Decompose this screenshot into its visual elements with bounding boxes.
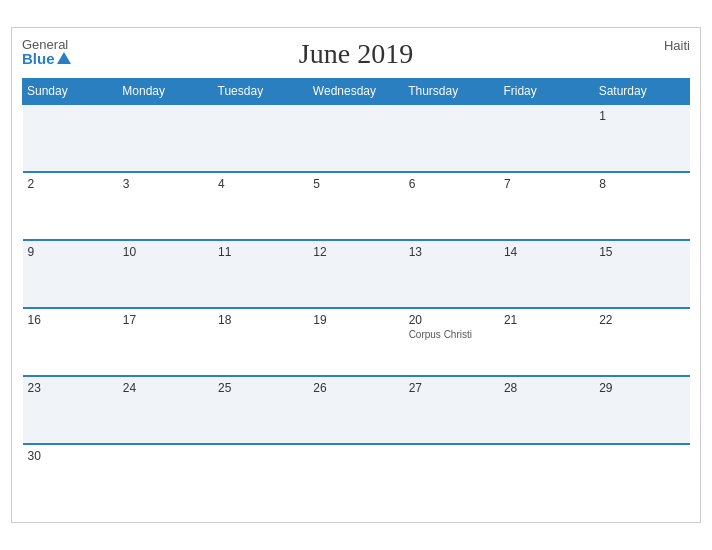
day-number: 21 — [504, 313, 589, 327]
calendar-thead: Sunday Monday Tuesday Wednesday Thursday… — [23, 79, 690, 105]
calendar-cell — [308, 444, 403, 512]
logo: General Blue — [22, 38, 71, 66]
day-number: 20 — [409, 313, 494, 327]
day-number: 18 — [218, 313, 303, 327]
header-wednesday: Wednesday — [308, 79, 403, 105]
header-monday: Monday — [118, 79, 213, 105]
day-number: 22 — [599, 313, 684, 327]
day-number: 23 — [28, 381, 113, 395]
header-friday: Friday — [499, 79, 594, 105]
calendar-cell: 14 — [499, 240, 594, 308]
day-number: 24 — [123, 381, 208, 395]
calendar-week-row: 30 — [23, 444, 690, 512]
calendar-cell: 2 — [23, 172, 118, 240]
day-number: 19 — [313, 313, 398, 327]
day-number: 1 — [599, 109, 684, 123]
day-number: 15 — [599, 245, 684, 259]
calendar-week-row: 2345678 — [23, 172, 690, 240]
calendar-cell: 21 — [499, 308, 594, 376]
day-number: 27 — [409, 381, 494, 395]
calendar-cell — [118, 444, 213, 512]
calendar-cell: 18 — [213, 308, 308, 376]
day-number: 16 — [28, 313, 113, 327]
calendar-cell — [594, 444, 689, 512]
day-number: 12 — [313, 245, 398, 259]
day-number: 28 — [504, 381, 589, 395]
calendar-cell: 6 — [404, 172, 499, 240]
calendar-cell — [499, 104, 594, 172]
calendar-cell — [213, 444, 308, 512]
calendar-body: 1234567891011121314151617181920Corpus Ch… — [23, 104, 690, 512]
day-number: 29 — [599, 381, 684, 395]
calendar-cell: 1 — [594, 104, 689, 172]
calendar-wrapper: General Blue June 2019 Haiti Sunday Mond… — [11, 27, 701, 523]
day-number: 11 — [218, 245, 303, 259]
calendar-week-row: 1 — [23, 104, 690, 172]
calendar-cell — [23, 104, 118, 172]
day-number: 10 — [123, 245, 208, 259]
day-number: 8 — [599, 177, 684, 191]
calendar-cell: 8 — [594, 172, 689, 240]
day-number: 7 — [504, 177, 589, 191]
calendar-cell: 10 — [118, 240, 213, 308]
calendar-cell: 11 — [213, 240, 308, 308]
calendar-cell — [308, 104, 403, 172]
calendar-cell — [118, 104, 213, 172]
day-number: 17 — [123, 313, 208, 327]
calendar-cell: 23 — [23, 376, 118, 444]
logo-triangle-icon — [57, 52, 71, 64]
day-number: 25 — [218, 381, 303, 395]
calendar-cell: 30 — [23, 444, 118, 512]
calendar-cell — [404, 444, 499, 512]
day-number: 9 — [28, 245, 113, 259]
day-event: Corpus Christi — [409, 329, 494, 340]
calendar-week-row: 9101112131415 — [23, 240, 690, 308]
day-number: 2 — [28, 177, 113, 191]
calendar-cell: 4 — [213, 172, 308, 240]
day-number: 5 — [313, 177, 398, 191]
header-saturday: Saturday — [594, 79, 689, 105]
days-header-row: Sunday Monday Tuesday Wednesday Thursday… — [23, 79, 690, 105]
calendar-table: Sunday Monday Tuesday Wednesday Thursday… — [22, 78, 690, 512]
calendar-week-row: 1617181920Corpus Christi2122 — [23, 308, 690, 376]
day-number: 26 — [313, 381, 398, 395]
calendar-cell — [499, 444, 594, 512]
header-thursday: Thursday — [404, 79, 499, 105]
day-number: 14 — [504, 245, 589, 259]
calendar-cell — [213, 104, 308, 172]
calendar-cell: 12 — [308, 240, 403, 308]
calendar-cell: 16 — [23, 308, 118, 376]
calendar-cell: 25 — [213, 376, 308, 444]
calendar-cell: 20Corpus Christi — [404, 308, 499, 376]
calendar-cell: 15 — [594, 240, 689, 308]
day-number: 6 — [409, 177, 494, 191]
calendar-cell: 13 — [404, 240, 499, 308]
header-sunday: Sunday — [23, 79, 118, 105]
logo-blue-text: Blue — [22, 51, 71, 66]
day-number: 3 — [123, 177, 208, 191]
calendar-cell: 24 — [118, 376, 213, 444]
calendar-cell: 5 — [308, 172, 403, 240]
calendar-cell: 29 — [594, 376, 689, 444]
day-number: 13 — [409, 245, 494, 259]
calendar-cell: 7 — [499, 172, 594, 240]
calendar-title: June 2019 — [299, 38, 413, 70]
calendar-cell: 27 — [404, 376, 499, 444]
calendar-cell: 22 — [594, 308, 689, 376]
calendar-cell: 28 — [499, 376, 594, 444]
country-label: Haiti — [664, 38, 690, 53]
calendar-header: General Blue June 2019 Haiti — [22, 38, 690, 70]
calendar-cell: 19 — [308, 308, 403, 376]
calendar-cell: 17 — [118, 308, 213, 376]
calendar-cell: 3 — [118, 172, 213, 240]
header-tuesday: Tuesday — [213, 79, 308, 105]
calendar-cell: 26 — [308, 376, 403, 444]
day-number: 4 — [218, 177, 303, 191]
day-number: 30 — [28, 449, 113, 463]
calendar-cell: 9 — [23, 240, 118, 308]
calendar-cell — [404, 104, 499, 172]
calendar-week-row: 23242526272829 — [23, 376, 690, 444]
